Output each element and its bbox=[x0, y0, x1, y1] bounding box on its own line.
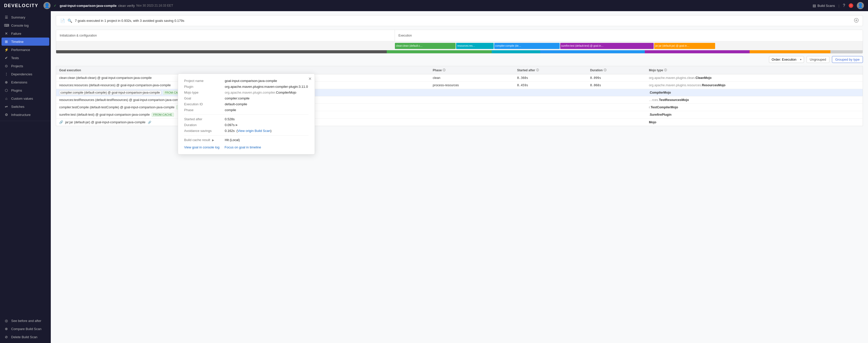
sidebar-label-compare-build-scan: Compare Build Scan bbox=[11, 327, 41, 331]
sidebar-label-tests: Tests bbox=[11, 56, 19, 60]
sidebar-item-compare-build-scan[interactable]: Compare Build Scan bbox=[0, 325, 51, 333]
lines-icon bbox=[4, 15, 9, 19]
sidebar-item-dependencies[interactable]: Dependencies bbox=[0, 70, 51, 78]
td-mojo-5: .SurefirePlugin bbox=[646, 111, 863, 118]
notification-badge[interactable]: ! bbox=[849, 3, 853, 8]
td-mojo-3: …rces.TestResourcesMojo bbox=[646, 96, 863, 104]
sidebar-label-custom-values: Custom values bbox=[11, 97, 33, 100]
custom-icon bbox=[4, 96, 9, 100]
td-duration-1: 0.068s bbox=[587, 82, 646, 89]
sidebar-item-plugins[interactable]: Plugins bbox=[0, 86, 51, 94]
doc-icon: 📄 bbox=[60, 19, 65, 23]
td-started-4 bbox=[514, 104, 587, 111]
help-button[interactable]: ? bbox=[843, 3, 845, 8]
build-scans-link[interactable]: ▤ Build Scans bbox=[813, 4, 835, 8]
sidebar-item-failure[interactable]: Failure bbox=[0, 29, 51, 38]
th-mojo-type: Mojo type ⓘ bbox=[646, 66, 863, 74]
task-surefire[interactable]: surefire:test (default-test) @ goal-in… bbox=[560, 43, 654, 49]
table-row[interactable]: resources:testResources (default-testRes… bbox=[56, 96, 863, 104]
focus-goal-timeline-link[interactable]: Focus on goal in timeline bbox=[224, 145, 261, 149]
order-select[interactable]: Order: Execution bbox=[769, 56, 804, 63]
phase-init: Initialization & configuration bbox=[56, 30, 395, 41]
sidebar-item-delete-build-scan[interactable]: Delete Build Scan bbox=[0, 333, 51, 341]
table-row[interactable]: 🔗 jar:jar (default-jar) @ goal-input-com… bbox=[56, 118, 863, 126]
sidebar-item-timeline[interactable]: Timeline bbox=[2, 38, 49, 46]
task-jar[interactable]: jar:jar (default-jar) @ goal-in… bbox=[654, 43, 715, 49]
sidebar-label-timeline: Timeline bbox=[11, 40, 24, 44]
table-row-highlighted[interactable]: compiler:compile (default-compile) @ goa… bbox=[56, 89, 863, 96]
popup-value-goal: compiler:compile bbox=[225, 96, 309, 100]
summary-text: 7 goals executed in 1 project in 0.932s,… bbox=[75, 19, 184, 23]
td-phase-6 bbox=[430, 118, 514, 126]
view-goal-console-link[interactable]: View goal in console log bbox=[184, 145, 219, 149]
popup-row-plugin: Plugin org.apache.maven.plugins:maven-co… bbox=[184, 85, 309, 89]
task-compiler[interactable]: compiler:compile (de… bbox=[494, 43, 560, 49]
sidebar-item-performance[interactable]: Performance bbox=[0, 46, 51, 54]
build-cache-arrow[interactable]: ▶ bbox=[212, 139, 214, 142]
table-row[interactable]: clean:clean (default-clean) @ goal-input… bbox=[56, 74, 863, 82]
sidebar-item-switches[interactable]: Switches bbox=[0, 102, 51, 111]
build-name: goal-input-comparison-java-compile bbox=[60, 4, 117, 8]
content-area: 📄 🔍 7 goals executed in 1 project in 0.9… bbox=[51, 11, 868, 343]
mojo-type-help-icon[interactable]: ⓘ bbox=[664, 68, 667, 72]
td-duration-6 bbox=[587, 118, 646, 126]
switches-icon bbox=[4, 105, 9, 109]
sidebar-item-custom-values[interactable]: Custom values bbox=[0, 94, 51, 102]
content-inner: 📄 🔍 7 goals executed in 1 project in 0.9… bbox=[51, 11, 868, 130]
delete-icon bbox=[4, 335, 9, 339]
task-clean[interactable]: clean:clean (default-c… bbox=[395, 43, 456, 49]
sidebar-label-infrastructure: Infrastructure bbox=[11, 113, 31, 117]
avatar: 👤 bbox=[43, 2, 51, 9]
popup-label-goal: Goal bbox=[184, 96, 225, 100]
sidebar-item-summary[interactable]: Summary bbox=[0, 13, 51, 21]
goals-table: Goal execution Phase ⓘ Started afte bbox=[56, 66, 863, 126]
sidebar-label-switches: Switches bbox=[11, 105, 24, 109]
grouped-by-type-button[interactable]: Grouped by type bbox=[832, 56, 863, 63]
popup-label-duration: Duration bbox=[184, 123, 225, 127]
td-mojo-2: .CompilerMojo bbox=[646, 89, 863, 96]
sidebar-item-extensions[interactable]: Extensions bbox=[0, 78, 51, 86]
sidebar-item-projects[interactable]: Projects bbox=[0, 62, 51, 70]
th-duration: Duration ⓘ bbox=[587, 66, 646, 74]
td-started-6 bbox=[514, 118, 587, 126]
td-duration-3 bbox=[587, 96, 646, 104]
popup-value-duration: 0.097s ▶ bbox=[225, 123, 309, 127]
popup-divider-1 bbox=[184, 114, 309, 115]
table-row[interactable]: compiler:testCompile (default-testCompil… bbox=[56, 104, 863, 111]
sidebar-bottom: See before and after Compare Build Scan … bbox=[0, 317, 51, 341]
sidebar-item-see-before-after[interactable]: See before and after bbox=[0, 317, 51, 325]
popup-row-duration: Duration 0.097s ▶ bbox=[184, 123, 309, 127]
app-logo: DEVELOCITY bbox=[4, 3, 38, 8]
sidebar-item-tests[interactable]: Tests bbox=[0, 54, 51, 62]
duration-help-icon[interactable]: ⓘ bbox=[603, 68, 607, 72]
goals-table-body: clean:clean (default-clean) @ goal-input… bbox=[56, 74, 863, 126]
started-after-help-icon[interactable]: ⓘ bbox=[536, 68, 539, 72]
popup-row-goal: Goal compiler:compile bbox=[184, 96, 309, 100]
plugins-icon bbox=[4, 88, 9, 92]
order-select-wrap[interactable]: Order: Execution bbox=[769, 56, 804, 63]
popup-value-plugin: org.apache.maven.plugins:maven-compiler-… bbox=[225, 85, 309, 89]
task-resources[interactable]: resources:res… bbox=[456, 43, 493, 49]
add-icon[interactable] bbox=[854, 18, 859, 23]
popup-close-button[interactable]: ✕ bbox=[308, 76, 312, 81]
sidebar-label-console-log: Console log bbox=[11, 24, 29, 27]
timeline-chart: Initialization & configuration Execution… bbox=[56, 30, 863, 54]
avoidance-link[interactable]: View origin Build Scan bbox=[238, 129, 271, 133]
popup-label-mojo-type: Mojo type bbox=[184, 91, 225, 94]
user-avatar[interactable]: 👤 bbox=[857, 2, 864, 9]
popup-label-build-cache: Build cache result ▶ bbox=[184, 138, 225, 142]
phase-help-icon[interactable]: ⓘ bbox=[443, 68, 445, 72]
sidebar-label-performance: Performance bbox=[11, 48, 30, 52]
popup-label-execution-id: Execution ID bbox=[184, 102, 225, 106]
compare-icon bbox=[4, 327, 9, 331]
popup-row-execution-id: Execution ID default-compile bbox=[184, 102, 309, 106]
duration-arrow-icon[interactable]: ▶ bbox=[236, 123, 238, 127]
popup-value-project-name: goal-input-comparison-java-compile bbox=[225, 79, 309, 83]
th-started-after: Started after ⓘ bbox=[514, 66, 587, 74]
table-row[interactable]: surefire:test (default-test) @ goal-inpu… bbox=[56, 111, 863, 118]
table-row[interactable]: resources:resources (default-resources) … bbox=[56, 82, 863, 89]
ungrouped-button[interactable]: Ungrouped bbox=[807, 56, 829, 63]
popup-value-started-after: 0.528s bbox=[225, 117, 309, 121]
sidebar-item-infrastructure[interactable]: Infrastructure bbox=[0, 111, 51, 119]
sidebar-item-console-log[interactable]: Console log bbox=[0, 21, 51, 29]
